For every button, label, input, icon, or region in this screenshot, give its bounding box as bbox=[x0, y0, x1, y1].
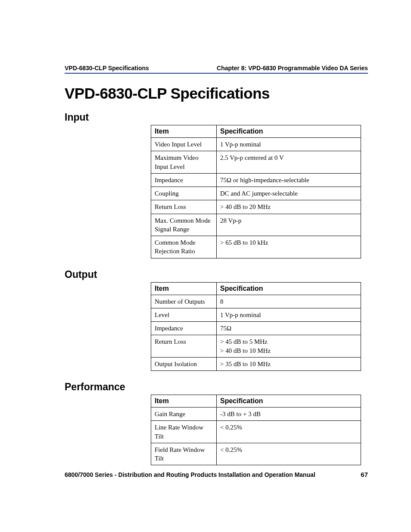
col-header-item: Item bbox=[151, 125, 217, 138]
table-row: Max. Common Mode Signal Range 28 Vp-p bbox=[151, 214, 361, 236]
output-table: Item Specification Number of Outputs 8 L… bbox=[151, 282, 361, 371]
page-header: VPD-6830-CLP Specifications Chapter 8: V… bbox=[65, 65, 368, 74]
footer-text: 6800/7000 Series - Distribution and Rout… bbox=[65, 471, 315, 478]
cell-item: Line Rate Window Tilt bbox=[151, 421, 217, 443]
section-heading-performance: Performance bbox=[65, 381, 368, 393]
cell-spec: < 0.25% bbox=[217, 443, 361, 465]
table-row: Return Loss > 45 dB to 5 MHz > 40 dB to … bbox=[151, 335, 361, 358]
page-number: 67 bbox=[361, 471, 368, 478]
section-heading-output: Output bbox=[65, 269, 368, 280]
cell-item: Impedance bbox=[151, 322, 217, 335]
cell-spec: > 65 dB to 10 kHz bbox=[217, 236, 361, 258]
cell-spec: 2.5 Vp-p centered at 0 V bbox=[217, 151, 361, 174]
col-header-item: Item bbox=[151, 395, 217, 408]
cell-item: Impedance bbox=[151, 173, 217, 187]
cell-spec: < 0.25% bbox=[217, 421, 361, 443]
spec-line: > 40 dB to 10 MHz bbox=[220, 346, 357, 355]
cell-item: Maximum Video Input Level bbox=[151, 151, 217, 174]
cell-spec: 28 Vp-p bbox=[217, 214, 361, 236]
cell-item: Max. Common Mode Signal Range bbox=[151, 214, 217, 236]
table-row: Video Input Level 1 Vp-p nominal bbox=[151, 138, 361, 151]
cell-spec: 75Ω bbox=[217, 322, 361, 335]
col-header-item: Item bbox=[151, 282, 217, 295]
cell-item: Number of Outputs bbox=[151, 295, 217, 308]
cell-spec: > 45 dB to 5 MHz > 40 dB to 10 MHz bbox=[217, 335, 361, 358]
table-row: Return Loss > 40 dB to 20 MHz bbox=[151, 200, 361, 214]
cell-item: Level bbox=[151, 308, 217, 321]
cell-item: Return Loss bbox=[151, 200, 217, 214]
cell-item: Return Loss bbox=[151, 335, 217, 358]
cell-item: Video Input Level bbox=[151, 138, 217, 151]
performance-table: Item Specification Gain Range -3 dB to +… bbox=[151, 395, 361, 465]
cell-spec: 8 bbox=[217, 295, 361, 308]
col-header-spec: Specification bbox=[217, 282, 361, 295]
table-row: Coupling DC and AC jumper-selectable bbox=[151, 187, 361, 200]
cell-spec: 1 Vp-p nominal bbox=[217, 138, 361, 151]
table-row: Impedance 75Ω bbox=[151, 322, 361, 335]
table-row: Impedance 75Ω or high-impedance-selectab… bbox=[151, 173, 361, 187]
table-row: Line Rate Window Tilt < 0.25% bbox=[151, 421, 361, 443]
table-row: Maximum Video Input Level 2.5 Vp-p cente… bbox=[151, 151, 361, 174]
table-row: Gain Range -3 dB to + 3 dB bbox=[151, 408, 361, 421]
header-right: Chapter 8: VPD-6830 Programmable Video D… bbox=[217, 65, 368, 72]
cell-item: Field Rate Window Tilt bbox=[151, 443, 217, 465]
page-title: VPD-6830-CLP Specifications bbox=[65, 85, 368, 102]
cell-item: Common Mode Rejection Ratio bbox=[151, 236, 217, 258]
table-row: Field Rate Window Tilt < 0.25% bbox=[151, 443, 361, 465]
cell-spec: -3 dB to + 3 dB bbox=[217, 408, 361, 421]
table-row: Output Isolation > 35 dB to 10 MHz bbox=[151, 357, 361, 370]
cell-spec: DC and AC jumper-selectable bbox=[217, 187, 361, 200]
input-table: Item Specification Video Input Level 1 V… bbox=[151, 125, 361, 258]
table-row: Level 1 Vp-p nominal bbox=[151, 308, 361, 321]
header-left: VPD-6830-CLP Specifications bbox=[65, 65, 149, 72]
cell-item: Gain Range bbox=[151, 408, 217, 421]
cell-spec: > 40 dB to 20 MHz bbox=[217, 200, 361, 214]
spec-line: > 45 dB to 5 MHz bbox=[220, 337, 357, 346]
cell-spec: > 35 dB to 10 MHz bbox=[217, 357, 361, 370]
col-header-spec: Specification bbox=[217, 125, 361, 138]
cell-item: Output Isolation bbox=[151, 357, 217, 370]
page-footer: 6800/7000 Series - Distribution and Rout… bbox=[65, 471, 368, 478]
table-row: Number of Outputs 8 bbox=[151, 295, 361, 308]
col-header-spec: Specification bbox=[217, 395, 361, 408]
section-heading-input: Input bbox=[65, 112, 368, 123]
table-row: Common Mode Rejection Ratio > 65 dB to 1… bbox=[151, 236, 361, 258]
cell-spec: 1 Vp-p nominal bbox=[217, 308, 361, 321]
cell-spec: 75Ω or high-impedance-selectable bbox=[217, 173, 361, 187]
cell-item: Coupling bbox=[151, 187, 217, 200]
